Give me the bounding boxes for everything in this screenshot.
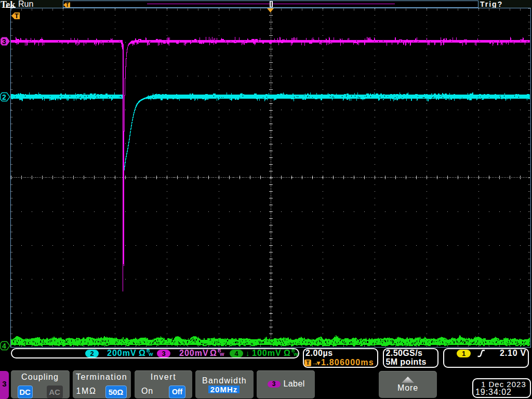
- svg-text:3: 3: [2, 37, 6, 46]
- svg-text:T: T: [15, 12, 19, 20]
- svg-text:4: 4: [2, 342, 6, 350]
- svg-text:T: T: [65, 2, 69, 8]
- svg-text:2: 2: [2, 93, 6, 101]
